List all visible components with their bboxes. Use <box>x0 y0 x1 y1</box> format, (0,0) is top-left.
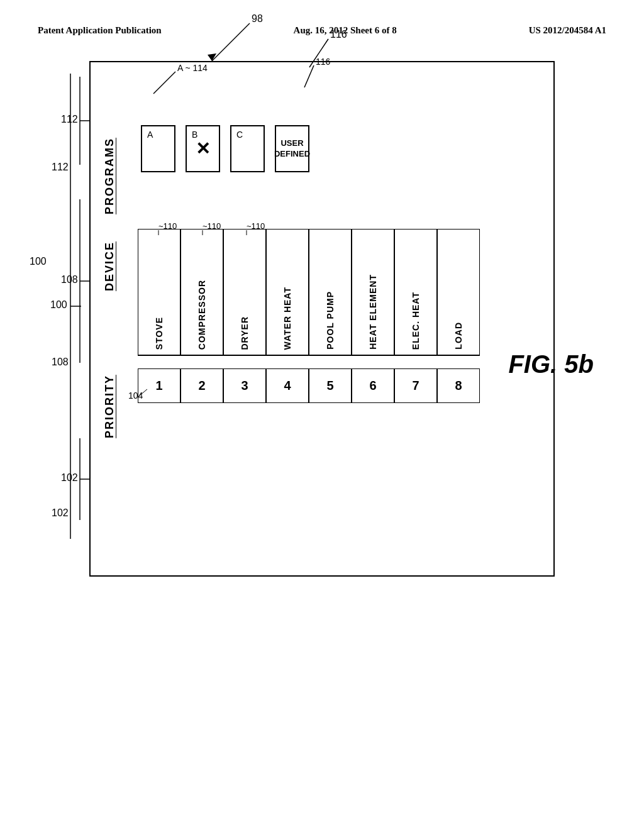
outer-box: A ~ 114 116 ~110 ~110 ~110 104 PROGRAMS <box>89 61 555 577</box>
device-stove: STOVE <box>138 229 180 355</box>
programs-row: A B ✕ C USERDEFINED <box>141 119 541 179</box>
program-box-a: A <box>141 125 175 172</box>
device-heat-element: HEAT ELEMENT <box>352 229 394 355</box>
device-row: STOVE COMPRESSOR DRYER WATER HEAT POOL P… <box>138 229 541 355</box>
svg-text:102: 102 <box>61 472 78 483</box>
device-bottom-line <box>138 355 480 356</box>
svg-line-17 <box>153 72 175 94</box>
program-c-letter: C <box>236 130 243 140</box>
user-defined-box: USERDEFINED <box>275 125 309 172</box>
user-defined-label: USERDEFINED <box>274 138 310 160</box>
device-compressor: COMPRESSOR <box>180 229 223 355</box>
priority-1: 1 <box>138 368 180 403</box>
svg-text:116: 116 <box>316 57 331 67</box>
priority-7: 7 <box>394 368 437 403</box>
device-dryer-label: DRYER <box>240 316 250 350</box>
publication-title: Patent Application Publication <box>38 25 162 36</box>
device-section: DEVICE STOVE COMPRESSOR DRYER WATER HEAT <box>103 229 541 356</box>
device-elec-heat: ELEC. HEAT <box>394 229 437 355</box>
priority-2: 2 <box>180 368 223 403</box>
device-pool-pump: POOL PUMP <box>309 229 352 355</box>
svg-text:A ~ 114: A ~ 114 <box>177 63 208 73</box>
figure-label: FIG. 5b <box>508 350 594 379</box>
publication-number: US 2012/204584 A1 <box>529 25 606 36</box>
device-elec-heat-label: ELEC. HEAT <box>411 292 421 350</box>
device-label: DEVICE <box>103 241 116 291</box>
svg-text:112: 112 <box>61 114 78 124</box>
svg-marker-1 <box>208 53 216 61</box>
device-heat-element-label: HEAT ELEMENT <box>368 274 378 350</box>
publication-date-sheet: Aug. 16, 2012 Sheet 6 of 8 <box>294 25 397 36</box>
priority-5: 5 <box>309 368 352 403</box>
program-box-b: B ✕ <box>186 125 220 172</box>
program-b-x: ✕ <box>196 138 210 159</box>
program-box-c: C <box>230 125 265 172</box>
priority-8: 8 <box>437 368 480 403</box>
ref-112: 112 <box>52 162 69 173</box>
main-content: 100 112 108 102 98 116 112 108 <box>0 48 644 589</box>
program-b-letter: B <box>192 130 197 140</box>
page-header: Patent Application Publication Aug. 16, … <box>0 0 644 48</box>
device-dryer: DRYER <box>223 229 266 355</box>
ref-108: 108 <box>52 357 69 368</box>
priority-row: 1 2 3 4 5 6 7 8 <box>138 368 541 403</box>
device-load-label: LOAD <box>453 322 464 350</box>
priority-label: PRIORITY <box>103 375 116 438</box>
priority-4: 4 <box>266 368 309 403</box>
svg-text:108: 108 <box>61 274 78 285</box>
programs-label: PROGRAMS <box>103 138 116 214</box>
program-a-letter: A <box>147 130 153 140</box>
svg-line-19 <box>304 65 314 87</box>
ref-100: 100 <box>30 256 47 267</box>
priority-6: 6 <box>352 368 394 403</box>
ref-102: 102 <box>52 507 69 519</box>
svg-text:100: 100 <box>50 299 67 310</box>
device-water-heat: WATER HEAT <box>266 229 309 355</box>
device-pool-pump-label: POOL PUMP <box>325 291 335 350</box>
programs-section: PROGRAMS A B ✕ C <box>103 119 541 179</box>
device-water-heat-label: WATER HEAT <box>282 287 292 350</box>
device-stove-label: STOVE <box>154 317 164 350</box>
device-load: LOAD <box>437 229 480 355</box>
priority-section: PRIORITY 1 2 3 4 5 6 7 8 <box>103 368 541 403</box>
device-compressor-label: COMPRESSOR <box>197 280 207 350</box>
priority-3: 3 <box>223 368 266 403</box>
